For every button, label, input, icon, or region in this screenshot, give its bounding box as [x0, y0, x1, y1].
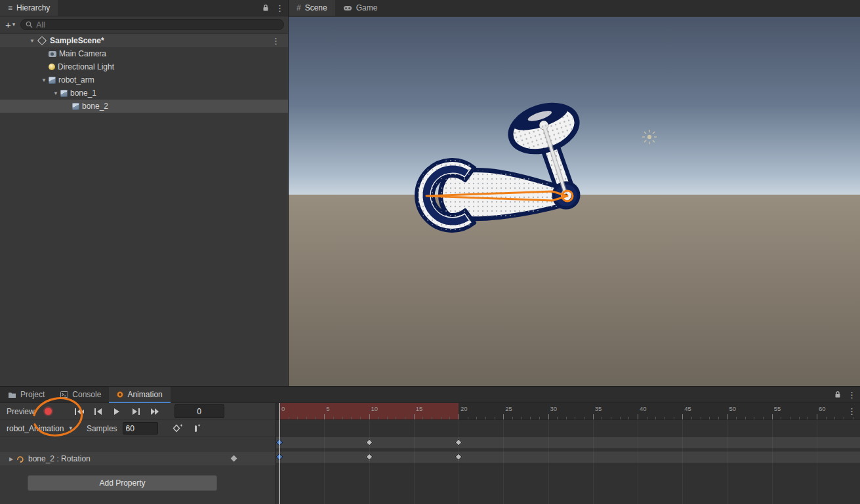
bottom-tabbar: Project Console Animation ⋮	[0, 387, 860, 403]
go-to-end-button[interactable]	[146, 405, 164, 418]
bottom-dock: Project Console Animation ⋮	[0, 386, 860, 504]
menu-kebab-icon[interactable]: ⋮	[848, 406, 856, 416]
ruler-tick	[485, 417, 486, 419]
light-gizmo[interactable]	[642, 130, 657, 144]
previous-keyframe-button[interactable]	[89, 405, 107, 418]
add-property-button[interactable]: Add Property	[28, 475, 217, 491]
ruler-tick	[566, 417, 567, 419]
hierarchy-item-label: robot_arm	[58, 75, 94, 85]
lock-icon[interactable]	[834, 391, 841, 398]
menu-kebab-icon[interactable]: ⋮	[848, 391, 856, 399]
tab-project[interactable]: Project	[0, 387, 52, 402]
dopesheet-gridline	[817, 420, 817, 504]
dopesheet-gridline	[638, 420, 638, 504]
camera-icon	[49, 51, 56, 57]
foldout-arrow-icon[interactable]: ▼	[39, 77, 49, 83]
scene-header-row[interactable]: ▼ SampleScene* ⋮	[0, 34, 288, 47]
ruler-label: 45	[684, 405, 691, 412]
preview-button[interactable]: Preview	[3, 406, 39, 417]
hierarchy-item-directional-light[interactable]: Directional Light	[0, 60, 288, 73]
tab-scene[interactable]: # Scene	[289, 0, 335, 16]
hierarchy-item-label: Main Camera	[59, 49, 106, 58]
frame-input[interactable]	[174, 404, 224, 418]
ruler-tick	[396, 417, 396, 419]
ruler-tick	[844, 417, 844, 419]
dopesheet-gridline	[324, 420, 325, 504]
ruler-tick	[575, 417, 575, 419]
ruler-label: 5	[326, 405, 329, 412]
ruler-tick	[342, 417, 343, 419]
dopesheet-gridline	[593, 420, 594, 504]
ruler-label: 10	[371, 405, 379, 412]
hierarchy-item-bone-1[interactable]: ▼bone_1	[0, 87, 288, 100]
ruler-tick	[297, 417, 298, 419]
ruler-tick	[628, 417, 629, 419]
hierarchy-item-bone-2[interactable]: bone_2	[0, 100, 288, 113]
go-to-start-button[interactable]	[70, 405, 88, 418]
ruler-tick	[799, 417, 800, 419]
hierarchy-item-robot-arm[interactable]: ▼robot_arm	[0, 73, 288, 87]
lock-icon[interactable]	[262, 4, 269, 12]
ruler-label: 55	[774, 405, 781, 412]
animation-icon	[117, 391, 123, 398]
ruler-tick	[781, 417, 781, 419]
foldout-arrow-icon[interactable]: ▶	[7, 456, 16, 462]
hierarchy-item-main-camera[interactable]: Main Camera	[0, 47, 288, 60]
foldout-arrow-icon[interactable]: ▼	[28, 38, 37, 44]
folder-icon	[8, 391, 16, 398]
scene-name: SampleScene*	[50, 36, 104, 45]
ruler-tick	[333, 417, 334, 419]
tab-label: Scene	[305, 3, 327, 12]
add-keyframe-button[interactable]	[169, 422, 186, 435]
play-button[interactable]	[108, 405, 126, 418]
add-event-button[interactable]	[188, 422, 205, 435]
ruler-tick	[709, 417, 710, 419]
next-keyframe-button[interactable]	[127, 405, 145, 418]
ruler-tick	[826, 417, 827, 419]
ruler-tick	[763, 417, 764, 419]
unity-editor: ≡ Hierarchy ⋮ + ▾ All	[0, 0, 860, 504]
ruler-tick	[360, 417, 361, 419]
ruler-label: 15	[416, 405, 423, 412]
ruler-tick	[593, 414, 594, 419]
timeline-ruler[interactable]: ⋮ 051015202530354045505560	[276, 403, 860, 420]
create-menu-button[interactable]: + ▾	[4, 20, 16, 29]
tab-game[interactable]: Game	[335, 0, 386, 16]
menu-kebab-icon[interactable]: ⋮	[276, 4, 284, 12]
ruler-tick	[790, 417, 790, 419]
last-frame-icon	[150, 408, 160, 415]
property-label: bone_2 : Rotation	[28, 454, 91, 463]
ruler-tick	[557, 417, 558, 419]
ruler-tick	[539, 417, 540, 419]
animation-controls: Preview	[0, 403, 276, 504]
tab-console[interactable]: Console	[52, 387, 109, 402]
tab-label: Project	[20, 390, 45, 399]
property-row-bone2-rotation[interactable]: ▶ bone_2 : Rotation	[0, 452, 276, 465]
ruler-label: 0	[281, 405, 285, 412]
animation-clip-dropdown[interactable]: robot_Animation ▾	[3, 424, 76, 433]
keyframe-toggle-diamond[interactable]	[231, 456, 237, 462]
chevron-down-icon: ▾	[12, 22, 16, 28]
hierarchy-search-input[interactable]: All	[20, 19, 284, 30]
scene-viewport[interactable]	[289, 17, 860, 386]
prev-key-icon	[94, 408, 102, 415]
tab-animation[interactable]: Animation	[109, 387, 170, 402]
playhead[interactable]	[279, 403, 280, 504]
tab-hierarchy[interactable]: ≡ Hierarchy	[0, 0, 58, 16]
unity-scene-icon	[37, 36, 47, 45]
ruler-tick	[414, 414, 415, 419]
dopesheet-gridline	[727, 420, 728, 504]
clip-row: robot_Animation ▾ Samples	[0, 420, 276, 437]
ruler-tick	[620, 417, 621, 419]
ruler-tick	[387, 417, 388, 419]
dopesheet[interactable]	[276, 420, 860, 504]
menu-kebab-icon[interactable]: ⋮	[272, 36, 280, 46]
ruler-tick	[674, 417, 674, 419]
ruler-tick	[351, 417, 352, 419]
samples-input[interactable]	[123, 422, 158, 435]
dopesheet-gridline	[369, 420, 370, 504]
record-button[interactable]	[40, 405, 57, 418]
foldout-arrow-icon[interactable]: ▼	[51, 90, 60, 96]
light-icon	[49, 64, 55, 70]
cube-icon	[60, 90, 68, 97]
